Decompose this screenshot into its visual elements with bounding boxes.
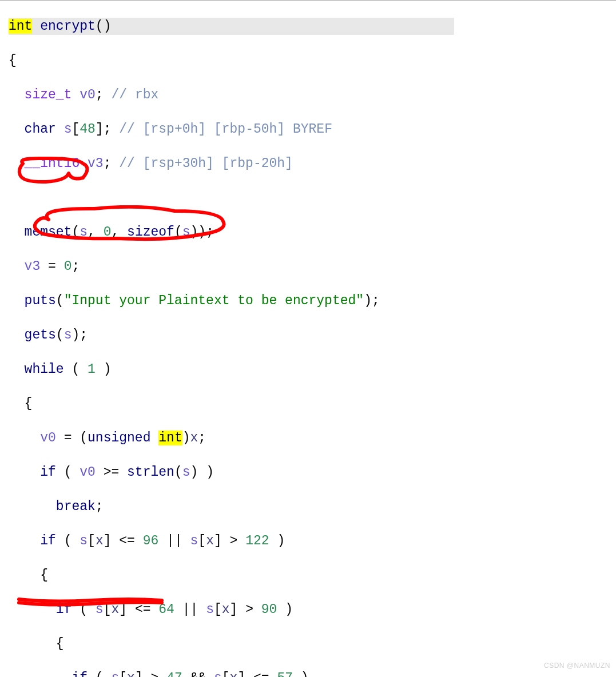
code-line: v3 = 0; [9, 258, 454, 275]
code-line: { [9, 635, 454, 652]
code-line: __int16 v3; // [rsp+30h] [rbp-20h] [9, 155, 454, 172]
code-line: puts("Input your Plaintext to be encrypt… [9, 292, 454, 309]
code-line: if ( v0 >= strlen(s) ) [9, 464, 454, 481]
code-line: int encrypt() [9, 18, 454, 35]
code-line: if ( s[x] <= 64 || s[x] > 90 ) [9, 601, 454, 618]
watermark: CSDN @NANMUZN [544, 657, 610, 674]
code-line: while ( 1 ) [9, 361, 454, 378]
code-line: size_t v0; // rbx [9, 86, 454, 103]
code-editor[interactable]: int encrypt() { size_t v0; // rbx char s… [0, 0, 616, 677]
code-line: gets(s); [9, 326, 454, 344]
code-line: v0 = (unsigned int)x; [9, 429, 454, 447]
code-line [9, 189, 454, 206]
code-line: { [9, 567, 454, 584]
code-line: char s[48]; // [rsp+0h] [rbp-50h] BYREF [9, 121, 454, 138]
code-line: if ( s[x] <= 96 || s[x] > 122 ) [9, 532, 454, 549]
code-line: { [9, 52, 454, 69]
code-block: int encrypt() { size_t v0; // rbx char s… [9, 1, 454, 677]
code-line: { [9, 395, 454, 412]
hl-int: int [9, 19, 32, 34]
code-line: memset(s, 0, sizeof(s)); [9, 224, 454, 241]
code-line: break; [9, 498, 454, 515]
code-line: if ( s[x] > 47 && s[x] <= 57 ) [9, 670, 454, 677]
